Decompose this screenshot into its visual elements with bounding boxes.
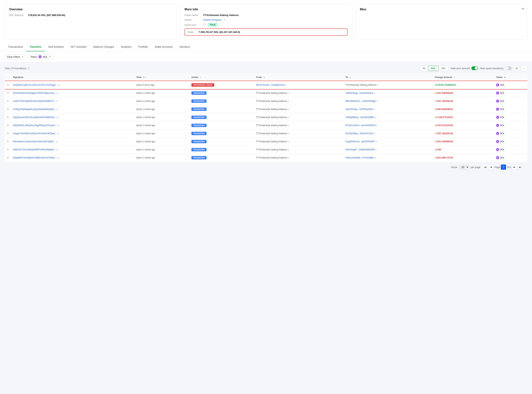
tab-balance-changes[interactable]: Balance Changes [90, 43, 118, 51]
signature-copy-icon[interactable]: ⧉ [56, 149, 58, 151]
sol-filter-btn[interactable]: SOL [428, 66, 439, 71]
to-link[interactable]: 2fyxFD4v6p...UiP4Rhy3Rw [345, 108, 373, 110]
to-link[interactable]: 6TLWLhVKxV...4szmHCRDz9 [345, 124, 375, 127]
signature-copy-icon[interactable]: ⧉ [56, 140, 58, 143]
all-filter-btn[interactable]: All [420, 66, 428, 71]
to-copy-icon[interactable]: ⧉ [375, 140, 377, 143]
signature-copy-icon[interactable]: ⧉ [57, 92, 58, 94]
to-link[interactable]: JAMejM8ku3...deSWchQf8C [345, 116, 374, 119]
owner-link[interactable]: System Program [203, 18, 221, 21]
signature-link[interactable]: 64rHeHkec1TpwzVo9uCA93uXwF7pByT... [13, 140, 56, 143]
signature-link[interactable]: 4J26Y7hXPzyBJFKJ4mAzbqVRXdMFXY... [13, 100, 56, 103]
change-amount: -3,450 [435, 148, 441, 151]
row-eye-icon[interactable]: 👁 [7, 83, 9, 87]
tab-stake-accounts[interactable]: Stake Accounts [151, 43, 176, 51]
spl-filter-btn[interactable]: SPL [439, 66, 449, 71]
tab-domains[interactable]: Domains [176, 43, 193, 51]
signature-copy-icon[interactable]: ⧉ [58, 84, 60, 86]
prev-page-btn[interactable]: ◀ [488, 165, 494, 170]
to-link[interactable]: 9X5cNsgif7...DsMd1WQW35 [345, 148, 375, 151]
time-sort-icon[interactable]: ⏱ ▼ [143, 76, 147, 78]
from-copy-icon[interactable]: ⧉ [287, 108, 289, 110]
signature-link[interactable]: 56QtWeWLsMCjhSzchbgPRKixj2rPbJywL... [13, 124, 57, 127]
signature-copy-icon[interactable]: ⧉ [57, 116, 58, 119]
row-eye-icon[interactable]: 👁 [7, 140, 9, 143]
to-sort-icon[interactable]: ▼ [349, 76, 351, 78]
to-link[interactable]: DcgbRdHUXa...qKZKP5v84T [345, 140, 375, 143]
to-copy-icon[interactable]: ⧉ [374, 92, 375, 94]
to-copy-icon[interactable]: ⧉ [376, 100, 378, 102]
from-sort-icon[interactable]: ▼ [263, 76, 265, 78]
token-sort-icon[interactable]: ▼ [504, 76, 506, 78]
first-page-btn[interactable]: |◀ [482, 165, 488, 170]
table-header-row: Signature Time ⏱ ▼ Action ▼ From ▼ To ▼ [5, 74, 527, 81]
misc-edit-icon[interactable]: ✏ [522, 7, 524, 10]
signature-link[interactable]: 3G4rvRfx9Chs4hy9jyj1nT59oP28jzzxwuk... [13, 92, 56, 94]
row-eye-icon[interactable]: 👁 [7, 116, 9, 119]
signature-link[interactable]: 3vxgHc76nSWmUZk6e1dTSSXGnM7jkao... [13, 132, 57, 135]
from-copy-icon[interactable]: ⧉ [287, 124, 289, 126]
tab-transfers[interactable]: Transfers [26, 43, 45, 51]
signature-copy-icon[interactable]: ⧉ [58, 124, 59, 126]
signature-copy-icon[interactable]: ⧉ [57, 157, 59, 159]
current-page-btn[interactable]: 1 [501, 165, 506, 170]
tab-transactions[interactable]: Transactions [5, 43, 26, 51]
from-copy-icon[interactable]: ⧉ [287, 132, 289, 135]
from-copy-icon[interactable]: ⧉ [287, 100, 289, 102]
from-copy-icon[interactable]: ⧉ [285, 84, 286, 86]
signature-copy-icon[interactable]: ⧉ [56, 100, 58, 102]
filter-icon-btn[interactable]: ⊟ [514, 65, 520, 71]
tab-defi-activities[interactable]: Defi Activities [45, 43, 67, 51]
tab-analytics[interactable]: Analytics [118, 43, 135, 51]
to-copy-icon[interactable]: ⧉ [373, 132, 375, 135]
signature-copy-icon[interactable]: ⧉ [57, 108, 58, 110]
change-amount-sort-icon[interactable]: ▼ [454, 76, 455, 78]
action-sort-icon[interactable]: ▼ [200, 76, 202, 78]
row-eye-icon[interactable]: 👁 [7, 124, 9, 127]
from-link[interactable]: BbYAvAxAzh...xVDqbGzz6J [256, 84, 284, 86]
tab-nft-activities[interactable]: NFT Activities [67, 43, 90, 51]
signature-link[interactable]: 4tb6hZeTJDcx89XpN5M5TwRHxMa9jAik... [13, 148, 56, 151]
signature-copy-icon[interactable]: ⧉ [57, 132, 59, 135]
owner-copy-icon[interactable]: ⧉ [224, 19, 225, 21]
to-link[interactable]: GEbz1GwzM8...izT4oAtqBC [345, 156, 374, 159]
per-page-select[interactable]: 10 25 50 [459, 165, 469, 170]
to-copy-icon[interactable]: ⧉ [375, 116, 376, 119]
next-page-btn[interactable]: ▶ [512, 165, 517, 170]
from-copy-icon[interactable]: ⧉ [287, 157, 289, 159]
signature-link[interactable]: 2U9LjjCkaMwqjtWLpeQuhGqh9kekqWa1... [13, 108, 56, 110]
is-on-curve-info-icon[interactable]: i [203, 24, 206, 26]
from-copy-icon[interactable]: ⧉ [287, 149, 289, 151]
hide-spam-toggle[interactable] [505, 66, 512, 70]
tab-portfolio[interactable]: Portfolio [135, 43, 151, 51]
row-eye-icon[interactable]: 👁 [7, 148, 9, 151]
to-link[interactable]: GX7jbc95ep...3SVeHFrZVe [345, 132, 373, 135]
signature-link[interactable]: 23gZQuxwr4422VkcadQHAReKnBB291b... [13, 116, 56, 119]
to-link[interactable]: 98PVBNhmPu...1UK6XG66gF [345, 100, 376, 103]
row-eye-icon[interactable]: 👁 [7, 92, 9, 94]
clear-filters-close-icon[interactable]: ✕ [22, 56, 24, 58]
row-eye-icon[interactable]: 👁 [7, 108, 9, 111]
from-copy-icon[interactable]: ⧉ [287, 140, 289, 143]
token-filter-chip[interactable]: Token: ◎ SOL ✕ [28, 54, 53, 59]
last-page-btn[interactable]: ▶| [518, 165, 523, 170]
from-copy-icon[interactable]: ⧉ [287, 92, 289, 94]
row-eye-icon[interactable]: 👁 [7, 156, 9, 159]
row-eye-icon[interactable]: 👁 [7, 100, 9, 103]
clear-filters-chip[interactable]: Clear Filters ✕ [5, 54, 26, 59]
to-copy-icon[interactable]: ⧉ [377, 84, 378, 86]
to-copy-icon[interactable]: ⧉ [373, 108, 375, 110]
to-copy-icon[interactable]: ⧉ [376, 124, 377, 126]
total-info-icon[interactable]: i [27, 67, 30, 70]
to-copy-icon[interactable]: ⧉ [375, 149, 377, 151]
from-copy-icon[interactable]: ⧉ [287, 116, 289, 119]
to-link[interactable]: J5aWv3oigy...sstZwWswEu [345, 92, 373, 94]
token-filter-close-icon[interactable]: ✕ [49, 56, 51, 58]
download-icon-btn[interactable]: ↓ [522, 65, 527, 71]
row-eye-icon[interactable]: 👁 [7, 132, 9, 135]
signature-link[interactable]: 9QtpjMdFXkxtD8gToU4B4EANVUzTkNqv... [13, 156, 56, 159]
signature-link[interactable]: oKQKbX7LjiBCVLvUEer7tvTAvCYCEUgqJ... [13, 84, 58, 86]
to-copy-icon[interactable]: ⧉ [374, 157, 376, 159]
hide-zero-toggle[interactable] [471, 66, 478, 70]
th-to: To ▼ [344, 74, 433, 81]
